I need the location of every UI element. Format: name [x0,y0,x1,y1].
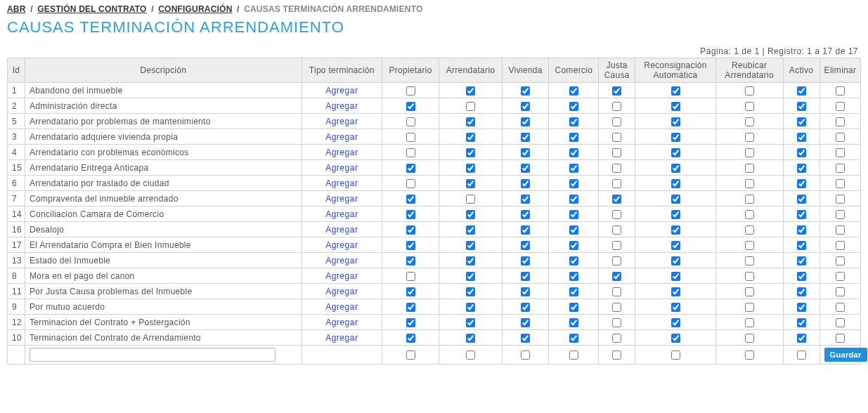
chk-comercio[interactable] [569,272,578,281]
descripcion-input[interactable] [30,348,276,362]
chk-reubicar[interactable] [745,179,754,188]
chk-reconsignacion[interactable] [671,350,680,360]
chk-reubicar[interactable] [745,117,754,126]
chk-activo[interactable] [797,287,806,296]
chk-comercio[interactable] [569,256,578,266]
chk-reubicar[interactable] [745,334,754,343]
chk-justa-causa[interactable] [612,272,621,281]
chk-vivienda[interactable] [521,287,530,296]
agregar-link[interactable]: Agregar [325,148,358,157]
chk-reubicar[interactable] [745,164,754,173]
breadcrumb-gestion[interactable]: GESTIÓN DEL CONTRATO [37,4,146,14]
chk-justa-causa[interactable] [612,350,621,360]
agregar-link[interactable]: Agregar [325,132,358,142]
chk-arrendatario[interactable] [466,318,475,327]
chk-reconsignacion[interactable] [671,256,680,266]
chk-propietario[interactable] [406,334,415,343]
chk-reconsignacion[interactable] [671,210,680,219]
chk-propietario[interactable] [406,303,415,312]
chk-comercio[interactable] [569,179,578,188]
agregar-link[interactable]: Agregar [325,287,358,296]
chk-activo[interactable] [797,256,806,266]
chk-propietario[interactable] [406,272,415,281]
chk-activo[interactable] [797,195,806,204]
chk-activo[interactable] [797,86,806,96]
chk-reconsignacion[interactable] [671,102,680,111]
chk-justa-causa[interactable] [612,179,621,188]
chk-justa-causa[interactable] [612,318,621,327]
chk-propietario[interactable] [406,179,415,188]
breadcrumb-abr[interactable]: ABR [7,4,26,14]
chk-comercio[interactable] [569,117,578,126]
chk-reconsignacion[interactable] [671,86,680,96]
chk-justa-causa[interactable] [612,210,621,219]
agregar-link[interactable]: Agregar [325,333,358,343]
chk-propietario[interactable] [406,287,415,296]
chk-comercio[interactable] [569,195,578,204]
chk-reubicar[interactable] [745,303,754,312]
chk-comercio[interactable] [569,210,578,219]
chk-justa-causa[interactable] [612,287,621,296]
chk-eliminar[interactable] [836,256,845,266]
chk-eliminar[interactable] [836,164,845,173]
chk-reconsignacion[interactable] [671,117,680,126]
chk-propietario[interactable] [406,241,415,250]
chk-reubicar[interactable] [745,241,754,250]
chk-reconsignacion[interactable] [671,195,680,204]
chk-activo[interactable] [797,272,806,281]
chk-arrendatario[interactable] [466,272,475,281]
chk-arrendatario[interactable] [466,195,475,204]
chk-reubicar[interactable] [745,225,754,235]
agregar-link[interactable]: Agregar [325,302,358,312]
chk-activo[interactable] [797,303,806,312]
chk-eliminar[interactable] [836,133,845,142]
chk-propietario[interactable] [406,102,415,111]
chk-vivienda[interactable] [521,179,530,188]
chk-arrendatario[interactable] [466,303,475,312]
agregar-link[interactable]: Agregar [325,225,358,235]
chk-activo[interactable] [797,117,806,126]
chk-vivienda[interactable] [521,334,530,343]
chk-eliminar[interactable] [836,287,845,296]
chk-activo[interactable] [797,148,806,157]
chk-comercio[interactable] [569,350,578,360]
chk-reconsignacion[interactable] [671,318,680,327]
chk-reconsignacion[interactable] [671,272,680,281]
chk-activo[interactable] [797,102,806,111]
chk-comercio[interactable] [569,287,578,296]
agregar-link[interactable]: Agregar [325,317,358,327]
chk-eliminar[interactable] [836,117,845,126]
chk-vivienda[interactable] [521,117,530,126]
chk-eliminar[interactable] [836,334,845,343]
chk-justa-causa[interactable] [612,148,621,157]
agregar-link[interactable]: Agregar [325,117,358,126]
chk-vivienda[interactable] [521,195,530,204]
chk-activo[interactable] [797,179,806,188]
chk-eliminar[interactable] [836,148,845,157]
agregar-link[interactable]: Agregar [325,256,358,266]
chk-eliminar[interactable] [836,272,845,281]
chk-arrendatario[interactable] [466,210,475,219]
chk-justa-causa[interactable] [612,303,621,312]
chk-comercio[interactable] [569,133,578,142]
chk-activo[interactable] [797,334,806,343]
chk-eliminar[interactable] [836,210,845,219]
chk-justa-causa[interactable] [612,195,621,204]
chk-propietario[interactable] [406,225,415,235]
chk-vivienda[interactable] [521,210,530,219]
chk-propietario[interactable] [406,133,415,142]
chk-arrendatario[interactable] [466,241,475,250]
chk-vivienda[interactable] [521,256,530,266]
chk-eliminar[interactable] [836,86,845,96]
chk-eliminar[interactable] [836,318,845,327]
chk-reconsignacion[interactable] [671,334,680,343]
chk-vivienda[interactable] [521,102,530,111]
chk-vivienda[interactable] [521,241,530,250]
chk-justa-causa[interactable] [612,164,621,173]
chk-arrendatario[interactable] [466,86,475,96]
chk-reconsignacion[interactable] [671,133,680,142]
chk-reubicar[interactable] [745,350,754,360]
agregar-link[interactable]: Agregar [325,163,358,173]
chk-reubicar[interactable] [745,86,754,96]
chk-comercio[interactable] [569,303,578,312]
